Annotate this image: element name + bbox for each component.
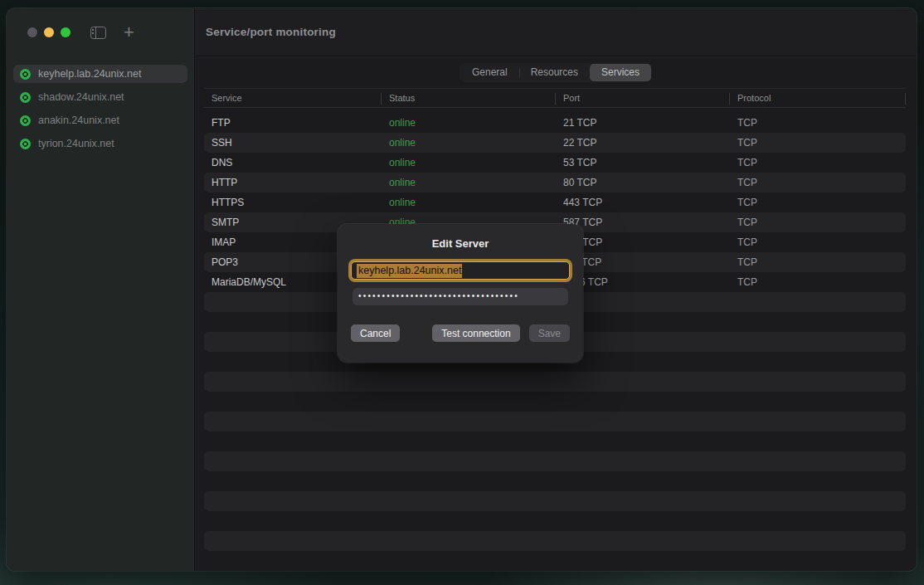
- cell-protocol: TCP: [730, 117, 906, 129]
- server-status-icon: [20, 139, 31, 149]
- cancel-button[interactable]: Cancel: [351, 324, 400, 342]
- cell-service: HTTPS: [204, 197, 382, 208]
- cell-port: 587 TCP: [556, 217, 730, 228]
- tab-segmented-control: General Resources Services: [460, 63, 652, 82]
- sidebar-toggle-icon[interactable]: [90, 27, 106, 39]
- minimize-button[interactable]: [44, 27, 54, 37]
- table-row-empty: [204, 392, 906, 412]
- cell-service: FTP: [204, 117, 382, 129]
- server-label: keyhelp.lab.24unix.net: [38, 68, 141, 80]
- server-label: anakin.24unix.net: [38, 115, 119, 126]
- server-status-icon: [20, 69, 31, 80]
- column-header-protocol[interactable]: Protocol: [730, 89, 906, 107]
- table-row[interactable]: HTTPonline80 TCPTCP: [204, 173, 906, 193]
- cell-status: online: [382, 197, 556, 208]
- tab-general[interactable]: General: [460, 64, 519, 81]
- column-header-status[interactable]: Status: [382, 89, 556, 107]
- save-button[interactable]: Save: [529, 324, 570, 342]
- table-row-empty: [204, 372, 906, 392]
- cell-protocol: TCP: [730, 276, 906, 288]
- table-header: Service Status Port Protocol: [204, 88, 906, 108]
- tab-services[interactable]: Services: [590, 64, 651, 81]
- sidebar-titlebar: +: [7, 8, 194, 56]
- cell-service: HTTP: [204, 177, 382, 188]
- cell-protocol: TCP: [730, 137, 906, 149]
- table-row-empty: [204, 412, 906, 431]
- zoom-button[interactable]: [61, 27, 71, 37]
- cell-protocol: TCP: [730, 197, 906, 208]
- cell-port: 21 TCP: [556, 117, 730, 129]
- page-title: Service/port monitoring: [206, 26, 336, 38]
- server-host-input[interactable]: keyhelp.lab.24unix.net: [351, 261, 570, 280]
- column-header-service[interactable]: Service: [204, 89, 382, 107]
- table-row[interactable]: FTPonline21 TCPTCP: [204, 113, 906, 133]
- table-row-empty: [204, 451, 906, 471]
- sidebar-item-server[interactable]: tyrion.24unix.net: [13, 134, 187, 153]
- dialog-buttons: Cancel Test connection Save: [351, 324, 570, 342]
- server-list: keyhelp.lab.24unix.netshadow.24unix.neta…: [7, 56, 194, 158]
- close-button[interactable]: [27, 27, 37, 37]
- table-row[interactable]: DNSonline53 TCPTCP: [204, 153, 906, 173]
- cell-port: 443 TCP: [556, 197, 730, 208]
- tabs-row: General Resources Services: [195, 63, 917, 82]
- password-input[interactable]: ••••••••••••••••••••••••••••••••••: [353, 288, 568, 305]
- cell-status: online: [382, 117, 556, 129]
- table-row-empty: [204, 431, 906, 451]
- table-row[interactable]: SSHonline22 TCPTCP: [204, 133, 906, 153]
- cell-protocol: TCP: [730, 157, 906, 168]
- column-header-port[interactable]: Port: [556, 89, 730, 107]
- test-connection-button[interactable]: Test connection: [432, 324, 519, 342]
- table-row-empty: [204, 491, 906, 511]
- server-status-icon: [20, 92, 31, 103]
- sidebar-item-server[interactable]: shadow.24unix.net: [13, 88, 187, 106]
- tab-resources[interactable]: Resources: [519, 64, 590, 81]
- main-titlebar: Service/port monitoring: [195, 8, 917, 56]
- cell-protocol: TCP: [730, 217, 906, 228]
- cell-port: 80 TCP: [556, 177, 730, 188]
- cell-protocol: TCP: [730, 177, 906, 188]
- server-host-value: keyhelp.lab.24unix.net: [357, 264, 462, 278]
- sidebar-item-server[interactable]: keyhelp.lab.24unix.net: [13, 65, 187, 83]
- table-row-empty: [204, 531, 906, 551]
- server-label: shadow.24unix.net: [38, 91, 124, 103]
- add-server-button[interactable]: +: [124, 27, 134, 38]
- password-masked-value: ••••••••••••••••••••••••••••••••••: [358, 291, 519, 300]
- dialog-title: Edit Server: [338, 237, 583, 250]
- cell-service: DNS: [204, 157, 382, 168]
- edit-server-dialog: Edit Server keyhelp.lab.24unix.net •••••…: [338, 224, 583, 363]
- cell-status: online: [382, 177, 556, 188]
- cell-protocol: TCP: [730, 236, 906, 248]
- table-row-empty: [204, 471, 906, 491]
- table-row[interactable]: HTTPSonline443 TCPTCP: [204, 193, 906, 212]
- cell-port: 22 TCP: [556, 137, 730, 149]
- cell-port: 53 TCP: [556, 157, 730, 168]
- cell-status: online: [382, 137, 556, 149]
- server-status-icon: [20, 115, 31, 126]
- cell-protocol: TCP: [730, 256, 906, 268]
- sidebar: + keyhelp.lab.24unix.netshadow.24unix.ne…: [7, 8, 195, 571]
- cell-service: SSH: [204, 137, 382, 149]
- server-label: tyrion.24unix.net: [38, 138, 114, 149]
- sidebar-item-server[interactable]: anakin.24unix.net: [13, 111, 187, 129]
- cell-status: online: [382, 157, 556, 168]
- table-row-empty: [204, 511, 906, 531]
